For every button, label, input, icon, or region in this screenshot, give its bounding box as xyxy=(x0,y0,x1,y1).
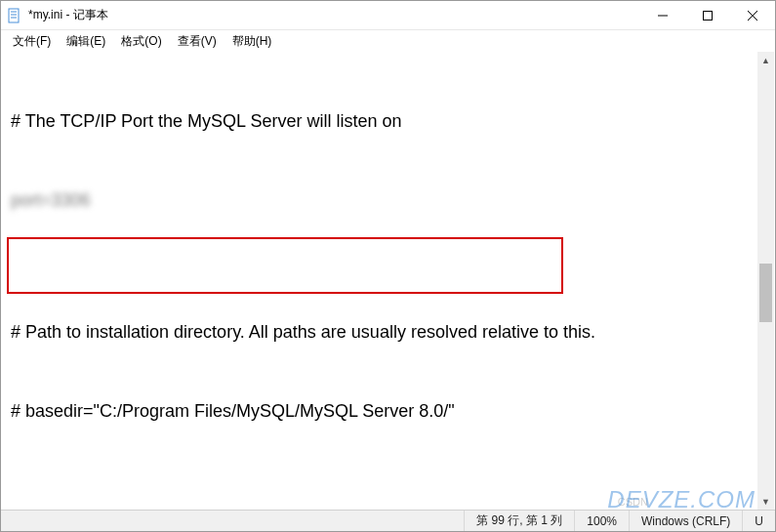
scroll-down-icon[interactable]: ▼ xyxy=(757,493,774,510)
scroll-track[interactable] xyxy=(757,68,774,493)
editor-content[interactable]: # The TCP/IP Port the MySQL Server will … xyxy=(1,52,757,510)
status-zoom: 100% xyxy=(574,511,629,531)
menu-view[interactable]: 查看(V) xyxy=(170,31,225,52)
scroll-up-icon[interactable]: ▲ xyxy=(757,52,774,68)
close-button[interactable] xyxy=(730,1,775,29)
title-bar: *my.ini - 记事本 xyxy=(1,1,775,30)
svg-rect-0 xyxy=(9,9,19,22)
text-line-blurred: port=3306 xyxy=(11,187,748,214)
minimize-button[interactable] xyxy=(640,1,685,29)
text-line: # The TCP/IP Port the MySQL Server will … xyxy=(11,108,748,135)
menu-help[interactable]: 帮助(H) xyxy=(225,31,280,52)
vertical-scrollbar[interactable]: ▲ ▼ xyxy=(757,52,774,510)
menu-format[interactable]: 格式(O) xyxy=(113,31,169,52)
editor-area[interactable]: # The TCP/IP Port the MySQL Server will … xyxy=(1,52,757,510)
maximize-button[interactable] xyxy=(685,1,730,29)
text-line: # Path to installation directory. All pa… xyxy=(11,319,748,346)
menu-edit[interactable]: 编辑(E) xyxy=(59,31,113,52)
status-bar: 第 99 行, 第 1 列 100% Windows (CRLF) U xyxy=(1,510,775,531)
menu-bar: 文件(F) 编辑(E) 格式(O) 查看(V) 帮助(H) xyxy=(1,30,775,52)
status-lineending: Windows (CRLF) xyxy=(629,511,742,531)
notepad-icon xyxy=(7,8,22,23)
svg-rect-5 xyxy=(704,11,713,20)
status-position: 第 99 行, 第 1 列 xyxy=(464,511,574,531)
status-encoding: U xyxy=(742,511,775,531)
scroll-thumb[interactable] xyxy=(759,264,772,322)
window-title: *my.ini - 记事本 xyxy=(28,7,640,23)
text-line: # basedir="C:/Program Files/MySQL/MySQL … xyxy=(11,398,748,425)
window-controls xyxy=(640,1,775,29)
menu-file[interactable]: 文件(F) xyxy=(5,31,59,52)
